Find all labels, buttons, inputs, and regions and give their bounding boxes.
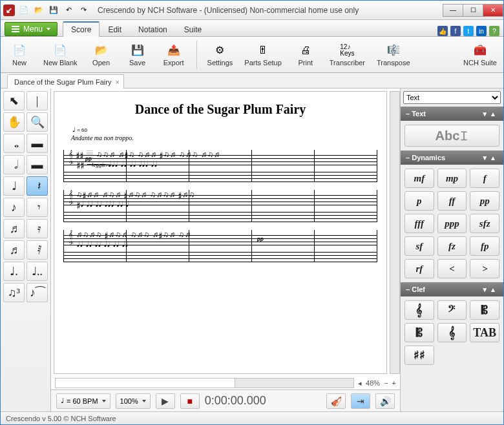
dynamic--button[interactable]: < <box>437 259 467 278</box>
quarter-note-icon: ♩ <box>61 397 64 405</box>
qat-new-icon[interactable]: 📄 <box>17 4 30 17</box>
tool-thirtysecond-note[interactable]: ♬ <box>3 240 25 260</box>
section-dynamics-header[interactable]: – Dynamics▼▲ <box>401 150 503 165</box>
scroll-playback-button[interactable]: ⇥ <box>351 393 370 409</box>
section-clef-header[interactable]: – Clef▼▲ <box>401 282 503 296</box>
qat-undo-icon[interactable]: ↶ <box>62 4 75 17</box>
score-title: Dance of the Sugar Plum Fairy <box>63 102 377 117</box>
save-button[interactable]: 💾Save <box>124 42 151 68</box>
dynamic-pp-2: pp <box>257 235 264 242</box>
nch-suite-button[interactable]: 🧰NCH Suite <box>462 42 498 68</box>
linkedin-icon[interactable]: in <box>476 26 487 36</box>
dynamic-mf-button[interactable]: mf <box>404 169 434 188</box>
tool-sixteenth-note[interactable]: ♬ <box>3 219 25 238</box>
instruments-button[interactable]: 🎻 <box>326 393 346 409</box>
document-tab-strip: Dance of the Sugar Plum Fairy × <box>1 73 503 88</box>
close-tab-icon[interactable]: × <box>115 78 119 86</box>
clef-6-button[interactable]: ♯♯ <box>404 346 434 365</box>
label: New <box>12 59 26 67</box>
dynamic-fff-button[interactable]: fff <box>404 214 434 233</box>
tool-zoom[interactable]: 🔍 <box>26 112 48 132</box>
tool-dotted[interactable]: ♩. <box>3 262 25 281</box>
transpose-button[interactable]: 🎼Transpose <box>375 42 412 68</box>
dynamic-sfz-button[interactable]: sfz <box>470 214 499 233</box>
new-blank-button[interactable]: 📄New Blank <box>42 42 79 68</box>
dynamic-sf-button[interactable]: sf <box>404 236 434 256</box>
horizontal-scrollbar[interactable] <box>55 378 354 388</box>
tool-half-note[interactable]: 𝅗𝅥 <box>3 155 25 174</box>
settings-button[interactable]: ⚙Settings <box>206 42 235 68</box>
section-label: Dynamics <box>412 154 445 161</box>
tool-eighth-rest[interactable]: 𝄾 <box>26 198 48 217</box>
score-canvas[interactable]: Dance of the Sugar Plum Fairy ♩ = 60 And… <box>54 91 387 374</box>
clef-4-button[interactable]: 𝄞 <box>437 323 467 342</box>
twitter-icon[interactable]: t <box>463 26 474 36</box>
dynamic-f-button[interactable]: f <box>470 169 499 188</box>
prev-page-icon[interactable]: ◂ <box>358 379 362 388</box>
parts-setup-button[interactable]: 🎚Parts Setup <box>243 42 282 68</box>
vertical-scrollbar[interactable] <box>390 91 400 374</box>
tab-suite[interactable]: Suite <box>176 21 210 37</box>
tool-double-dotted[interactable]: ♩.. <box>26 262 48 281</box>
tool-thirtysecond-rest[interactable]: 𝅀 <box>26 240 48 260</box>
dynamic-ppp-button[interactable]: ppp <box>437 214 467 233</box>
record-button[interactable]: ■ <box>180 393 200 409</box>
section-text-header[interactable]: – Text▼▲ <box>401 107 503 121</box>
close-button[interactable]: ✕ <box>483 4 503 17</box>
qat-redo-icon[interactable]: ↷ <box>77 4 90 17</box>
tool-half-rest[interactable]: ▬ <box>26 155 48 174</box>
clef-1-button[interactable]: 𝄢 <box>437 300 467 320</box>
sound-button[interactable]: 🔊 <box>375 393 395 409</box>
tool-whole-note[interactable]: 𝅝 <box>3 134 25 153</box>
facebook-icon[interactable]: f <box>450 26 461 36</box>
open-button[interactable]: 📂Open <box>88 42 115 68</box>
maximize-button[interactable]: ☐ <box>463 4 483 17</box>
clef-0-button[interactable]: 𝄞 <box>404 300 434 320</box>
zoom-in-icon[interactable]: + <box>392 379 396 387</box>
main-menu-button[interactable]: Menu <box>5 22 58 36</box>
qat-save-icon[interactable]: 💾 <box>47 4 60 17</box>
transcriber-button[interactable]: 12♪KeysTranscriber <box>328 42 366 68</box>
text-tool-button[interactable]: Abc𝙸 <box>404 125 499 147</box>
document-tab[interactable]: Dance of the Sugar Plum Fairy × <box>7 74 124 88</box>
caret-down-icon <box>47 28 50 30</box>
tool-eighth-note[interactable]: ♪ <box>3 198 25 217</box>
bpm-selector[interactable]: ♩= 60 BPM <box>56 393 110 409</box>
dynamic-mp-button[interactable]: mp <box>437 169 467 188</box>
help-icon[interactable]: ? <box>489 26 499 36</box>
play-button[interactable]: ▶ <box>156 393 175 409</box>
tool-quarter-note[interactable]: ♩ <box>3 176 25 196</box>
clef-2-button[interactable]: 𝄡 <box>470 300 499 320</box>
minimize-button[interactable]: — <box>443 4 463 17</box>
tool-bar[interactable]: | <box>26 91 48 110</box>
tab-notation[interactable]: Notation <box>130 21 176 37</box>
clef-5-button[interactable]: TAB <box>470 323 499 342</box>
tool-hand[interactable]: ✋ <box>3 112 25 132</box>
dynamic-rf-button[interactable]: rf <box>404 259 434 278</box>
tab-score[interactable]: Score <box>63 21 100 37</box>
tool-quarter-rest[interactable]: 𝄽 <box>26 176 48 196</box>
dynamic-p-button[interactable]: p <box>404 191 434 211</box>
tool-whole-rest[interactable]: ▬ <box>26 134 48 153</box>
dynamic-pp-button[interactable]: pp <box>470 191 499 211</box>
zoom-out-icon[interactable]: − <box>384 379 388 387</box>
like-icon[interactable]: 👍 <box>437 26 448 36</box>
dynamic-ff-button[interactable]: ff <box>437 191 467 211</box>
palette-category-select[interactable]: Text <box>403 91 501 104</box>
print-button[interactable]: 🖨Print <box>292 42 319 68</box>
dynamic-fz-button[interactable]: fz <box>437 236 467 256</box>
playback-zoom[interactable]: 100% <box>116 393 151 409</box>
dynamic-fp-button[interactable]: fp <box>470 236 499 256</box>
clef-3-button[interactable]: 𝄡 <box>404 323 434 342</box>
tool-sixteenth-rest[interactable]: 𝄿 <box>26 219 48 238</box>
label: Open <box>92 59 110 67</box>
tool-tuplet[interactable]: ♫³ <box>3 283 25 302</box>
dynamic--button[interactable]: > <box>470 259 499 278</box>
new-button[interactable]: 📄New <box>6 42 33 68</box>
tool-arrow[interactable]: ⬉ <box>3 91 25 110</box>
tool-tie[interactable]: ♪⁀ <box>26 283 48 302</box>
tab-edit[interactable]: Edit <box>100 21 130 37</box>
export-button[interactable]: 📤Export <box>160 42 187 68</box>
qat-open-icon[interactable]: 📂 <box>32 4 45 17</box>
transcriber-icon: 12♪Keys <box>339 43 355 57</box>
